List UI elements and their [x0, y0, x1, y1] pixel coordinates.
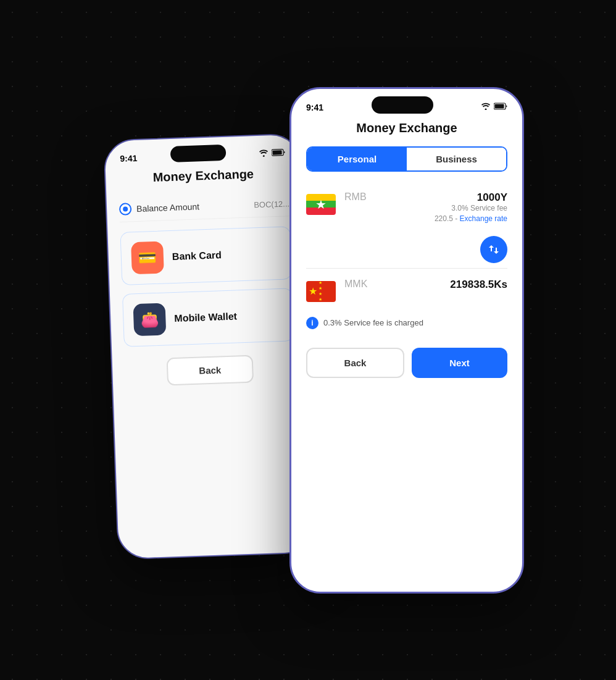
- time-front: 9:41: [306, 103, 323, 112]
- battery-icon-back: [272, 148, 286, 158]
- balance-radio[interactable]: [119, 203, 132, 216]
- balance-value: BOC(12...: [254, 198, 289, 209]
- phone-front: 9:41 Money Exchange Personal Business: [289, 87, 524, 594]
- battery-icon-front: [494, 103, 507, 112]
- back-button-back[interactable]: Back: [167, 355, 254, 385]
- exchange-rate-row: 220.5 - Exchange rate: [435, 212, 507, 224]
- screen-back: Money Exchange Balance Amount BOC(12... …: [106, 165, 314, 552]
- stars-small: ★ ★ ★ ★: [318, 281, 322, 302]
- star-large: ★: [309, 287, 317, 296]
- exchange-rate-link[interactable]: Exchange rate: [460, 214, 507, 223]
- swap-btn-container: [306, 236, 507, 263]
- status-bar-front: 9:41: [291, 89, 522, 121]
- from-currency-row: RMB 1000Y 3.0% Service fee 220.5 - Excha…: [306, 187, 507, 229]
- bank-card-label: Bank Card: [172, 250, 222, 262]
- bank-card-icon: 💳: [131, 241, 164, 274]
- mobile-wallet-option[interactable]: 👛 Mobile Wallet: [122, 288, 294, 347]
- to-currency-section: ★ ★ ★ ★ ★ MMK 219838.5Ks: [306, 274, 507, 307]
- svg-rect-1: [272, 149, 281, 154]
- buttons-row: Back Next: [306, 348, 507, 378]
- service-fee-text: 3.0% Service fee: [435, 204, 507, 212]
- to-currency-amount: 219838.5Ks: [450, 279, 507, 291]
- tab-switcher: Personal Business: [306, 146, 507, 172]
- to-currency-info: MMK: [344, 279, 441, 290]
- to-amount-value: 219838.5Ks: [450, 279, 507, 291]
- from-currency-amount: 1000Y 3.0% Service fee 220.5 - Exchange …: [435, 191, 507, 224]
- wifi-icon-back: [259, 148, 269, 158]
- info-row: i 0.3% Service fee is charged: [306, 317, 507, 329]
- divider: [306, 268, 507, 269]
- swap-button[interactable]: [480, 236, 507, 263]
- from-currency-section: RMB 1000Y 3.0% Service fee 220.5 - Excha…: [306, 187, 507, 229]
- bank-card-option[interactable]: 💳 Bank Card: [120, 226, 292, 285]
- phones-container: 9:41 Money Exchange Balance Amount BOC(1…: [92, 62, 524, 618]
- screen-front: Money Exchange Personal Business RMB 100…: [291, 121, 522, 587]
- to-currency-code: MMK: [344, 279, 441, 290]
- balance-row: Balance Amount BOC(12...: [119, 191, 289, 222]
- from-currency-info: RMB: [344, 191, 426, 203]
- from-amount-value: 1000Y: [435, 191, 507, 204]
- tab-personal[interactable]: Personal: [307, 148, 407, 170]
- status-icons-back: [259, 148, 285, 158]
- myanmar-flag: [306, 194, 336, 215]
- info-text: 0.3% Service fee is charged: [323, 318, 423, 327]
- to-currency-row: ★ ★ ★ ★ ★ MMK 219838.5Ks: [306, 274, 507, 307]
- from-currency-code: RMB: [344, 191, 426, 203]
- exchange-rate-prefix: 220.5 -: [435, 214, 460, 223]
- dynamic-island-front: [372, 96, 433, 114]
- mobile-wallet-label: Mobile Wallet: [174, 311, 237, 324]
- time-back: 9:41: [120, 153, 138, 163]
- balance-dot-inner: [123, 206, 128, 211]
- dynamic-island-back: [170, 144, 226, 162]
- wifi-icon-front: [481, 103, 491, 112]
- back-button-front[interactable]: Back: [306, 348, 404, 378]
- mobile-wallet-icon: 👛: [133, 303, 167, 336]
- tab-business[interactable]: Business: [407, 148, 506, 170]
- balance-label: Balance Amount: [136, 199, 249, 213]
- info-icon: i: [306, 317, 318, 329]
- status-icons-front: [481, 103, 507, 112]
- page-title-front: Money Exchange: [306, 121, 507, 135]
- svg-rect-3: [495, 104, 504, 109]
- phone-back: 9:41 Money Exchange Balance Amount BOC(1…: [103, 133, 315, 560]
- china-flag: ★ ★ ★ ★ ★: [306, 281, 336, 302]
- next-button[interactable]: Next: [412, 348, 507, 378]
